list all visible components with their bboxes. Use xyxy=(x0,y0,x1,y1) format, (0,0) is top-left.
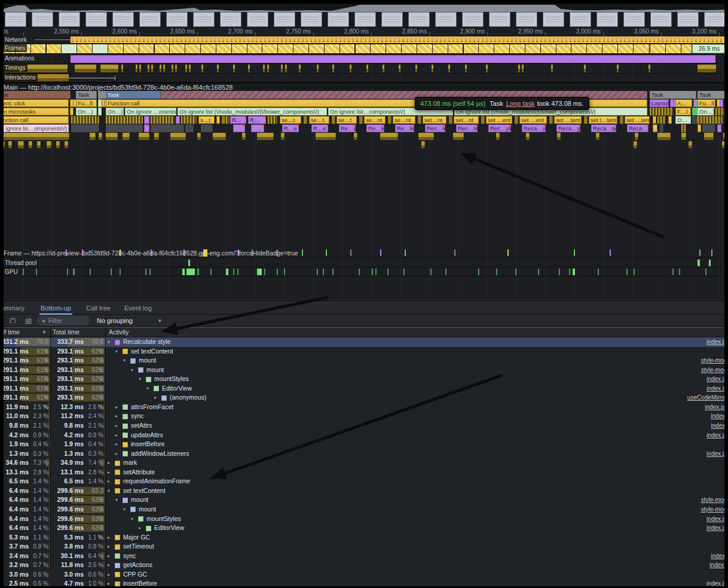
source-link[interactable]: index.js: xyxy=(705,403,727,412)
timing-mark[interactable] xyxy=(522,65,524,72)
gpu-task[interactable] xyxy=(226,269,228,275)
flame-bar[interactable] xyxy=(226,116,230,124)
timing-mark[interactable] xyxy=(698,65,716,72)
flame-bar[interactable] xyxy=(257,133,274,140)
gpu-task[interactable] xyxy=(430,269,432,275)
frame-block-partial[interactable] xyxy=(201,44,216,53)
source-link[interactable]: useCodeMirror xyxy=(687,393,727,403)
filmstrip-thumbnail[interactable] xyxy=(677,12,699,27)
frame-block-partial[interactable] xyxy=(556,44,571,53)
flame-bar[interactable]: R…e xyxy=(311,124,328,132)
flame-bar[interactable] xyxy=(332,116,335,124)
gpu-task[interactable] xyxy=(496,269,497,275)
timing-mark[interactable] xyxy=(163,65,165,72)
frames-track[interactable]: Frames 26.9 ms xyxy=(0,44,728,54)
flame-bar[interactable]: On ignore lis…omponents\/) xyxy=(0,124,69,132)
frame-block-partial[interactable] xyxy=(371,44,386,53)
disclosure-down-icon[interactable]: ▾ xyxy=(139,374,141,384)
gpu-task[interactable] xyxy=(67,269,68,275)
flame-bar[interactable] xyxy=(47,141,51,148)
flame-bar[interactable]: Reca…tyle xyxy=(591,124,616,132)
frame-block-partial[interactable] xyxy=(618,44,633,53)
flame-bar[interactable]: set…nt xyxy=(423,116,446,124)
filmstrip-thumbnail[interactable] xyxy=(301,12,322,27)
table-row[interactable]: 11.0 ms2.3 %11.2 ms2.4 %▸syncindex. xyxy=(0,412,728,421)
flame-bar[interactable]: Task xyxy=(76,91,97,99)
flame-bar[interactable] xyxy=(421,141,425,148)
flame-bar[interactable] xyxy=(660,124,663,132)
flame-bar[interactable] xyxy=(657,133,671,140)
gpu-task[interactable] xyxy=(73,269,75,275)
flame-bar[interactable]: se…nt xyxy=(393,116,415,124)
timings-track[interactable]: Timings xyxy=(0,64,728,74)
source-link[interactable]: style-mod xyxy=(701,356,727,365)
frame-block-partial[interactable] xyxy=(185,44,200,53)
source-link[interactable]: index.js xyxy=(706,514,727,524)
source-link[interactable]: index.j xyxy=(709,560,727,570)
frame-block-partial[interactable] xyxy=(650,44,665,53)
flame-bar[interactable]: Reca…yle xyxy=(627,124,649,132)
disclosure-right-icon[interactable]: ▸ xyxy=(115,431,118,440)
disclosure-right-icon[interactable]: ▸ xyxy=(139,523,141,533)
table-row[interactable]: 291.1 ms61.6 %293.1 ms62.0 %▾set textCon… xyxy=(0,347,728,357)
gpu-task[interactable] xyxy=(23,269,24,275)
frame-block-partial[interactable] xyxy=(170,44,185,53)
gpu-task[interactable] xyxy=(284,269,285,275)
gpu-task[interactable] xyxy=(332,269,334,275)
frame-block-partial[interactable] xyxy=(262,44,277,53)
flame-bar[interactable]: s…t xyxy=(198,116,215,124)
column-header-self-time[interactable]: Self time xyxy=(0,328,20,337)
flame-bar[interactable]: set …ent xyxy=(486,116,512,124)
frame-block-partial[interactable] xyxy=(232,44,247,53)
flame-bar[interactable] xyxy=(515,116,518,124)
table-row[interactable]: 3.2 ms0.7 %11.8 ms2.5 %▸getActionsindex.… xyxy=(0,560,728,570)
flame-bar[interactable] xyxy=(354,133,357,140)
flame-bar[interactable]: set …tent xyxy=(554,116,582,124)
table-row[interactable]: 6.4 ms1.4 %299.6 ms63.3 %▾set textConten… xyxy=(0,486,728,496)
gpu-task[interactable] xyxy=(672,269,674,275)
table-row[interactable]: 5.3 ms1.1 %5.3 ms1.1 %▸Major GC xyxy=(0,533,728,543)
flame-bar[interactable] xyxy=(213,133,226,140)
frame-block-partial[interactable] xyxy=(681,44,692,53)
gpu-task[interactable] xyxy=(387,269,389,275)
disclosure-right-icon[interactable]: ▸ xyxy=(108,552,110,561)
filmstrip-thumbnail[interactable] xyxy=(435,12,457,27)
timing-mark[interactable] xyxy=(486,65,488,72)
timing-mark[interactable] xyxy=(136,65,137,72)
timing-mark[interactable] xyxy=(233,65,235,72)
frame-block-partial[interactable] xyxy=(433,44,448,53)
table-row[interactable]: 291.1 ms61.6 %293.1 ms62.0 %▸(anonymous)… xyxy=(0,393,728,403)
flame-bar[interactable] xyxy=(123,133,130,140)
filmstrip-thumbnail[interactable] xyxy=(704,12,726,27)
flame-bar[interactable]: se…nt xyxy=(364,116,386,124)
disclosure-right-icon[interactable]: ▸ xyxy=(108,533,110,543)
source-link[interactable]: index.js xyxy=(706,449,727,459)
flame-bar[interactable]: Re…le xyxy=(395,124,414,132)
filmstrip-thumbnail[interactable] xyxy=(543,12,564,27)
flame-bar[interactable]: On ignore list (\/node_modules\/|\/bower… xyxy=(178,108,327,115)
flame-bar[interactable] xyxy=(557,133,561,140)
flame-bar[interactable]: On ignore …onents\/) xyxy=(125,108,176,115)
flame-bar[interactable] xyxy=(304,116,307,124)
table-row[interactable]: 34.6 ms7.3 %34.9 ms7.4 %▸mark xyxy=(0,458,728,468)
flame-bar[interactable]: Function call xyxy=(0,116,69,124)
flame-bar[interactable] xyxy=(99,133,102,140)
source-link[interactable]: index.js xyxy=(706,384,727,394)
gpu-task[interactable] xyxy=(372,269,373,275)
table-row[interactable]: 6.4 ms1.4 %299.6 ms63.3 %▾mountstyle-mod xyxy=(0,505,728,514)
source-link[interactable]: index.js xyxy=(706,523,727,533)
flame-bar[interactable] xyxy=(65,141,68,148)
gpu-task[interactable] xyxy=(257,269,262,275)
gpu-task[interactable] xyxy=(145,269,146,275)
flame-bar[interactable] xyxy=(635,133,638,140)
gpu-task[interactable] xyxy=(679,269,680,275)
tab-call-tree[interactable]: Call tree xyxy=(85,303,112,313)
gpu-task[interactable] xyxy=(277,269,278,275)
frame-block-good[interactable] xyxy=(62,44,77,53)
timing-mark[interactable] xyxy=(267,65,269,72)
timing-mark[interactable] xyxy=(350,65,351,72)
flame-bar[interactable]: se…t xyxy=(309,116,329,124)
flame-bar[interactable] xyxy=(242,133,246,140)
flame-bar[interactable]: set…nt xyxy=(454,116,479,124)
frame-block-partial[interactable] xyxy=(278,44,293,53)
